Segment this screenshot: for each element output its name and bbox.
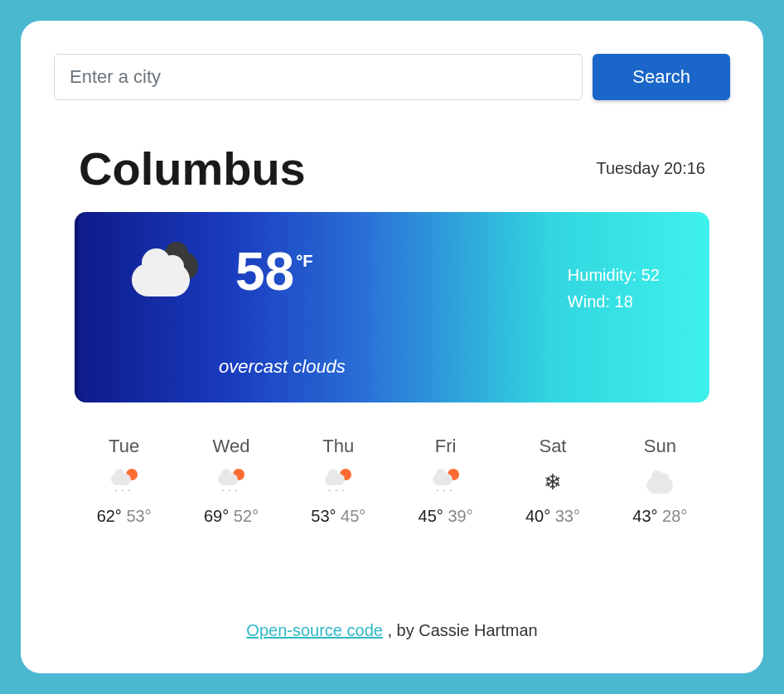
temperature-block: 58 °F: [235, 245, 312, 298]
open-source-link[interactable]: Open-source code: [246, 621, 383, 639]
forecast-day: Wed ⠂⠂⠂ 69° 52°: [204, 436, 259, 526]
current-temp-value: 58: [235, 245, 294, 298]
humidity-value: 52: [641, 266, 660, 284]
forecast-high: 40°: [525, 507, 550, 525]
wind-label: Wind:: [568, 292, 615, 311]
footer-credit: , by Cassie Hartman: [383, 621, 538, 639]
forecast-high: 69°: [204, 507, 229, 525]
search-row: Search: [54, 54, 730, 100]
humidity-label: Humidity:: [568, 266, 641, 284]
wind-value: 18: [615, 292, 633, 311]
forecast-high: 53°: [311, 507, 336, 525]
forecast-low: 28°: [662, 507, 687, 525]
forecast-temps: 45° 39°: [419, 507, 473, 526]
forecast-low: 53°: [126, 507, 151, 525]
forecast-day: Tue ⠂⠂⠂ 62° 53°: [97, 436, 152, 526]
forecast-day-label: Thu: [322, 436, 354, 457]
forecast-temps: 43° 28°: [632, 507, 687, 526]
forecast-low: 39°: [448, 507, 472, 525]
forecast-temps: 69° 52°: [204, 507, 259, 526]
forecast-day: Fri ⠂⠂⠂ 45° 39°: [419, 436, 473, 526]
forecast-day-label: Fri: [435, 436, 457, 457]
rain-sun-icon: ⠂⠂⠂: [323, 467, 353, 497]
forecast-day: Thu ⠂⠂⠂ 53° 45°: [311, 436, 365, 526]
weather-description: overcast clouds: [219, 356, 660, 378]
overcast-clouds-icon: [128, 245, 211, 311]
forecast-low: 45°: [341, 507, 365, 525]
forecast-day-label: Sun: [644, 436, 676, 457]
current-temp-unit: °F: [296, 252, 312, 271]
weather-card: Search Columbus Tuesday 20:16 58 °F Humi…: [21, 21, 763, 673]
forecast-day-label: Wed: [213, 436, 250, 457]
cloud-icon: [645, 467, 675, 497]
forecast-temps: 53° 45°: [311, 507, 365, 526]
snowflake-icon: ❄: [538, 467, 568, 497]
forecast-low: 33°: [555, 507, 580, 525]
forecast-low: 52°: [234, 507, 259, 525]
rain-sun-icon: ⠂⠂⠂: [216, 467, 246, 497]
rain-sun-icon: ⠂⠂⠂: [109, 467, 139, 497]
current-datetime: Tuesday 20:16: [596, 159, 705, 178]
forecast-day: Sun 43° 28°: [632, 436, 687, 526]
footer: Open-source code , by Cassie Hartman: [54, 621, 730, 640]
header-row: Columbus Tuesday 20:16: [54, 142, 730, 195]
forecast-row: Tue ⠂⠂⠂ 62° 53° Wed ⠂⠂⠂ 69° 52° Thu ⠂⠂⠂: [54, 402, 730, 551]
forecast-temps: 40° 33°: [525, 507, 580, 526]
humidity-row: Humidity: 52: [568, 262, 660, 288]
current-stats: Humidity: 52 Wind: 18: [568, 262, 660, 315]
forecast-high: 62°: [97, 507, 122, 525]
forecast-high: 43°: [632, 507, 657, 525]
forecast-day: Sat ❄ 40° 33°: [525, 436, 580, 526]
wind-row: Wind: 18: [568, 288, 660, 315]
current-top-row: 58 °F Humidity: 52 Wind: 18: [128, 245, 660, 315]
forecast-day-label: Tue: [109, 436, 139, 457]
city-search-input[interactable]: [54, 54, 583, 100]
forecast-day-label: Sat: [539, 436, 566, 457]
forecast-high: 45°: [419, 507, 443, 525]
forecast-temps: 62° 53°: [97, 507, 152, 526]
rain-sun-icon: ⠂⠂⠂: [431, 467, 461, 497]
city-name: Columbus: [79, 142, 306, 195]
search-button[interactable]: Search: [593, 54, 730, 100]
current-weather-panel: 58 °F Humidity: 52 Wind: 18 overcast clo…: [75, 212, 709, 402]
